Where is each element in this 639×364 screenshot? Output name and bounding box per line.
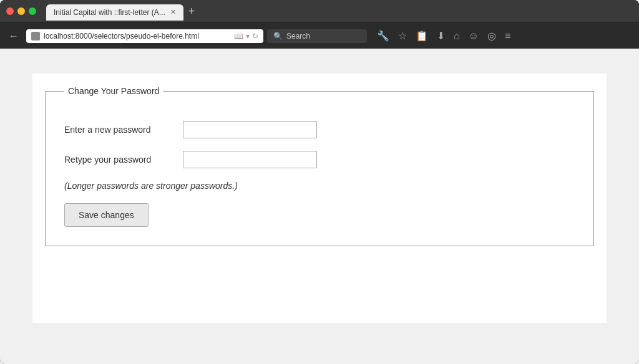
traffic-lights [6,7,36,15]
save-changes-button[interactable]: Save changes [64,203,149,227]
form-legend: Change Your Password [64,86,163,96]
new-tab-button[interactable]: + [183,2,200,21]
tab-title: Initial Capital with ::first-letter (A..… [54,8,165,17]
noscript-icon[interactable]: ◎ [484,27,500,44]
password-form: Change Your Password Enter a new passwor… [45,86,594,246]
retype-password-input[interactable] [183,151,317,168]
active-tab[interactable]: Initial Capital with ::first-letter (A..… [46,4,183,21]
page-content: Change Your Password Enter a new passwor… [0,49,639,364]
search-text: Search [286,32,310,41]
nav-icons: 🔧 ☆ 📋 ⬇ ⌂ ☺ ◎ ≡ [373,27,514,44]
wrench-icon[interactable]: 🔧 [373,27,393,44]
smiley-icon[interactable]: ☺ [465,28,482,44]
download-icon[interactable]: ⬇ [433,27,449,44]
close-button[interactable] [6,7,14,15]
url-text: localhost:8000/selectors/pseudo-el-befor… [44,32,230,41]
reader-icon[interactable]: 📖 [234,32,243,41]
browser-window: Initial Capital with ::first-letter (A..… [0,0,639,364]
title-bar: Initial Capital with ::first-letter (A..… [0,0,639,22]
star-icon[interactable]: ☆ [394,27,411,44]
tab-bar: Initial Capital with ::first-letter (A..… [46,2,633,21]
retype-password-label: Retype your password [64,155,177,165]
address-bar[interactable]: localhost:8000/selectors/pseudo-el-befor… [26,29,263,43]
tab-close-button[interactable]: ✕ [170,8,176,16]
retype-password-row: Retype your password [64,151,575,168]
search-bar[interactable]: 🔍 Search [267,29,367,43]
home-icon[interactable]: ⌂ [450,28,464,44]
new-password-input[interactable] [183,121,317,138]
address-controls: 📖 ▾ ↻ [234,32,258,41]
inner-content: Change Your Password Enter a new passwor… [32,74,607,323]
refresh-icon[interactable]: ↻ [252,32,258,41]
bookmark-icon[interactable]: 📋 [412,27,432,44]
minimize-button[interactable] [17,7,25,15]
nav-bar: ← localhost:8000/selectors/pseudo-el-bef… [0,22,639,49]
search-icon: 🔍 [273,32,283,41]
back-button[interactable]: ← [5,28,22,44]
new-password-row: Enter a new password [64,121,575,138]
password-hint: (Longer passwords are stronger passwords… [64,181,575,191]
new-password-label: Enter a new password [64,125,177,135]
back-icon: ← [9,31,19,42]
dropdown-icon[interactable]: ▾ [246,32,250,41]
maximize-button[interactable] [29,7,36,15]
menu-icon[interactable]: ≡ [501,28,514,44]
favicon-icon [31,32,40,41]
